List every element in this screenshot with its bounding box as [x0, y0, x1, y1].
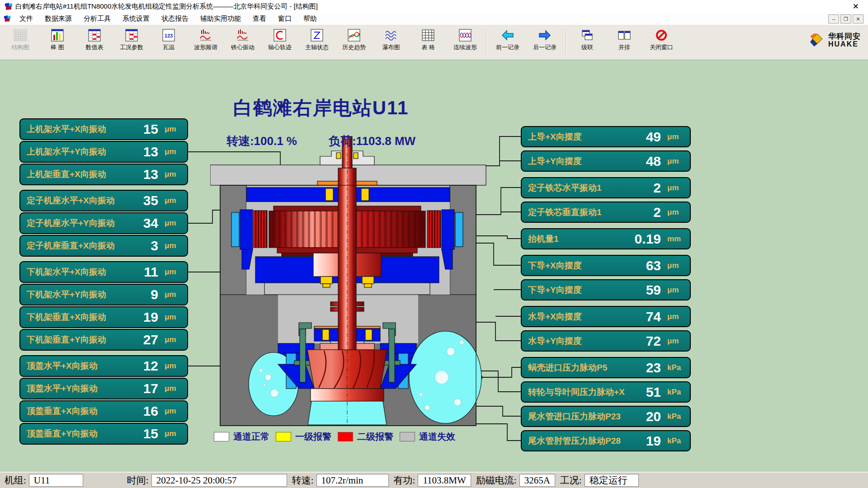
toolbar-button-19[interactable]: 并排	[606, 28, 643, 52]
measurement-label: 上机架水平+X向振动	[27, 123, 143, 135]
measurement-panel[interactable]: 尾水管进口压力脉动P2320kPa	[521, 406, 691, 427]
menu-item-1[interactable]: 文件	[14, 13, 39, 25]
measurement-panel[interactable]: 顶盖垂直+X向振动16μm	[19, 400, 188, 422]
toolbar-button-label: 后一记录	[533, 43, 557, 52]
measurement-panel[interactable]: 上机架垂直+X向振动13μm	[19, 164, 188, 185]
menu-item-7[interactable]: 查看	[247, 13, 272, 25]
measurement-value: 63	[646, 258, 661, 273]
restore-button[interactable]: ❐	[840, 14, 851, 23]
right-measurement-column: 上导+X向摆度49μm上导+Y向摆度48μm定子铁芯水平振动12μm定子铁芯垂直…	[521, 126, 691, 457]
menu-item-6[interactable]: 辅助实用功能	[194, 13, 247, 25]
toolbar-button-4[interactable]: 工况参数	[113, 28, 150, 52]
measurement-label: 顶盖垂直+Y向振动	[27, 428, 143, 440]
measurement-value: 49	[646, 129, 661, 145]
toolbar-button-18[interactable]: 级联	[569, 28, 606, 52]
measurement-panel[interactable]: 抬机量10.19mm	[521, 228, 691, 249]
arrow-left-icon	[500, 28, 516, 42]
measurement-label: 上机架水平+Y向振动	[27, 146, 143, 158]
measurement-panel[interactable]: 水导+Y向摆度72μm	[521, 330, 691, 352]
measurement-panel[interactable]: 下导+Y向摆度59μm	[521, 279, 691, 300]
measurement-value: 2	[653, 180, 661, 196]
status-label-6: 工况:	[557, 474, 585, 487]
measurement-panel[interactable]: 上导+X向摆度49μm	[521, 126, 691, 147]
measurement-panel[interactable]: 顶盖水平+Y向振动17μm	[19, 378, 188, 399]
status-label-1: 机组:	[2, 474, 29, 487]
left-panel-group-1: 上机架水平+X向振动15μm上机架水平+Y向振动13μm上机架垂直+X向振动13…	[19, 118, 188, 185]
toolbar-button-7[interactable]: 铁心振动	[224, 28, 261, 52]
toolbar-button-8[interactable]: 轴心轨迹	[261, 28, 298, 52]
measurement-panel[interactable]: 上导+Y向摆度48μm	[521, 150, 691, 172]
measurement-panel[interactable]: 下导+X向摆度63μm	[521, 255, 691, 276]
measurement-unit: μm	[165, 147, 183, 156]
status-value-2: 2022-10-25 20:00:57	[151, 474, 287, 487]
measurement-value: 34	[143, 216, 158, 231]
toolbar-button-10[interactable]: 历史趋势	[335, 28, 373, 52]
menu-item-3[interactable]: 分析工具	[78, 13, 117, 25]
huake-logo-text-cn: 华科同安	[828, 33, 861, 41]
measurement-panel[interactable]: 下机架水平+X向振动11μm	[19, 261, 188, 283]
barchart-icon	[49, 28, 66, 42]
measurement-panel[interactable]: 转轮与导叶间压力脉动+X51kPa	[521, 381, 691, 403]
measurement-panel[interactable]: 尾水管肘管压力脉动P2819kPa	[521, 430, 691, 451]
spectrum-icon	[198, 28, 214, 42]
toolbar-button-13[interactable]: 连续波形	[447, 28, 484, 52]
toolbar-button-label: 主轴状态	[305, 43, 329, 52]
measurement-value: 13	[143, 144, 158, 160]
measurement-unit: μm	[165, 170, 183, 179]
toolbar-button-12[interactable]: 表 格	[410, 28, 447, 52]
menu-item-5[interactable]: 状态报告	[156, 13, 194, 25]
measurement-panel[interactable]: 上机架水平+X向振动15μm	[19, 118, 188, 140]
spectrum-icon	[235, 28, 251, 42]
close-child-button[interactable]: ✕	[853, 14, 863, 23]
toolbar-button-2[interactable]: 棒 图	[39, 28, 76, 52]
measurement-label: 抬机量1	[528, 233, 635, 245]
toolbar-button-15[interactable]: 前一记录	[489, 28, 526, 52]
menu-item-2[interactable]: 数据来源	[39, 13, 78, 25]
measurement-panel[interactable]: 定子机座水平+Y向振动34μm	[19, 212, 188, 234]
toolbar-button-11[interactable]: 瀑布图	[373, 28, 410, 52]
digits-icon: 123	[160, 28, 177, 42]
toolbar-button-16[interactable]: 后一记录	[526, 28, 563, 52]
legend-swatch	[400, 432, 415, 441]
menu-item-8[interactable]: 窗口	[272, 13, 297, 25]
measurement-label: 定子机座水平+Y向振动	[27, 217, 143, 229]
menu-bar: 文件数据来源分析工具系统设置状态报告辅助实用功能查看窗口帮助 –❐✕	[0, 13, 868, 25]
huake-logo-icon	[810, 33, 825, 47]
measurement-panel[interactable]: 定子机座水平+X向振动35μm	[19, 190, 188, 211]
legend-item-3: 二级报警	[338, 431, 393, 443]
menu-item-9[interactable]: 帮助	[297, 13, 323, 25]
toolbar-button-label: 工况参数	[120, 43, 143, 52]
toolbar-button-3[interactable]: 数值表	[76, 28, 113, 52]
measurement-value: 72	[646, 333, 661, 349]
measurement-panel[interactable]: 顶盖水平+X向振动12μm	[19, 355, 188, 377]
toolbar-button-20[interactable]: 关闭窗口	[643, 28, 680, 52]
measurement-panel[interactable]: 定子铁芯垂直振动12μm	[521, 202, 691, 223]
measurement-panel[interactable]: 下机架水平+Y向振动9μm	[19, 284, 188, 305]
measurement-panel[interactable]: 蜗壳进口压力脉动P523kPa	[521, 357, 691, 378]
menu-item-4[interactable]: 系统设置	[117, 13, 156, 25]
left-panel-group-3: 下机架水平+X向振动11μm下机架水平+Y向振动9μm下机架垂直+X向振动19μ…	[19, 261, 188, 351]
measurement-panel[interactable]: 定子机座垂直+X向振动3μm	[19, 235, 188, 257]
measurement-panel[interactable]: 下机架垂直+X向振动19μm	[19, 306, 188, 328]
measurement-panel[interactable]: 定子铁芯水平振动12μm	[521, 177, 691, 198]
measurement-unit: μm	[667, 157, 685, 166]
shaft-icon	[309, 28, 325, 42]
measurement-panel[interactable]: 下机架垂直+Y向振动27μm	[19, 329, 188, 351]
machine-diagram	[210, 136, 491, 429]
minimize-button[interactable]: –	[828, 14, 839, 23]
window-close-button[interactable]: ✕	[848, 2, 863, 11]
arrow-right-icon	[537, 28, 553, 42]
measurement-unit: μm	[667, 208, 685, 217]
measurement-panel[interactable]: 上机架水平+Y向振动13μm	[19, 141, 188, 163]
toolbar-button-9[interactable]: 主轴状态	[298, 28, 335, 52]
measurement-unit: μm	[165, 429, 183, 438]
measurement-panel[interactable]: 顶盖垂直+Y向振动15μm	[19, 423, 188, 445]
toolbar-button-5[interactable]: 123瓦温	[150, 28, 187, 52]
title-bar: 白鹤滩右岸电站#11机组TN8000水轮发电机组稳定性监测分析系统———北京华科…	[0, 0, 868, 13]
measurement-label: 下机架水平+Y向振动	[27, 289, 151, 300]
cascade-icon	[579, 28, 595, 42]
measurement-panel[interactable]: 水导+X向摆度74μm	[521, 306, 691, 327]
legend-item-1: 通道正常	[214, 431, 269, 443]
toolbar-button-6[interactable]: 波形频谱	[187, 28, 224, 52]
measurement-unit: μm	[667, 132, 685, 141]
